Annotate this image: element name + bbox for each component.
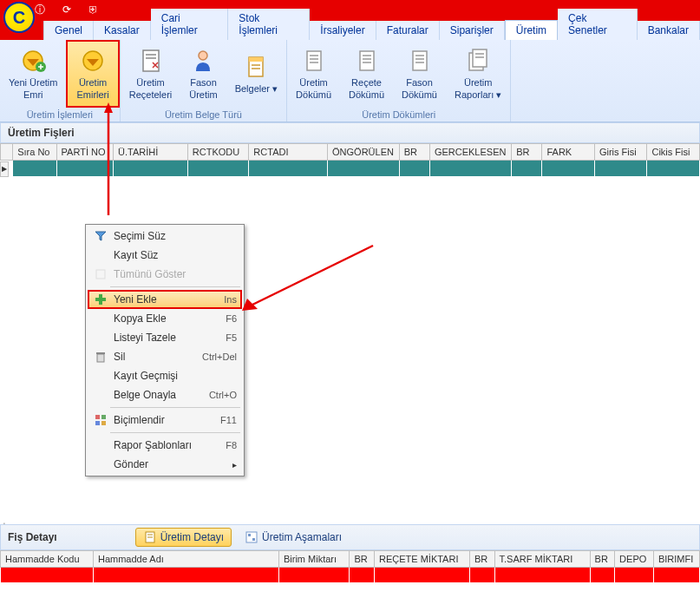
- ribbon-button[interactable]: Belgeler ▾: [226, 40, 286, 108]
- cell[interactable]: [278, 567, 350, 582]
- tab-çek-senetler[interactable]: Çek Senetler: [558, 9, 638, 40]
- ribbon-icon: [406, 47, 434, 75]
- menu-item[interactable]: SilCtrl+Del: [88, 347, 242, 366]
- blank-icon: [93, 457, 108, 471]
- cell[interactable]: [494, 567, 590, 582]
- ribbon-button[interactable]: ReçeteDökümü: [340, 40, 393, 108]
- column-header[interactable]: BR: [512, 144, 542, 161]
- cell[interactable]: [13, 161, 56, 176]
- column-header[interactable]: Hammadde Adı: [93, 550, 278, 567]
- tab-i̇rsaliyeler[interactable]: İrsaliyeler: [310, 21, 376, 40]
- cell[interactable]: [647, 161, 700, 176]
- column-header[interactable]: T.SARF MİKTARI: [494, 550, 590, 567]
- ribbon-icon: [300, 47, 328, 75]
- table-row[interactable]: [1, 567, 700, 582]
- column-header[interactable]: BR: [399, 144, 429, 161]
- menu-item-label: Seçimi Süz: [114, 230, 166, 242]
- column-header[interactable]: Cikis Fisi: [647, 144, 700, 161]
- ribbon-button[interactable]: Yeni ÜretimEmri: [0, 40, 66, 108]
- column-header[interactable]: RCTKODU: [187, 144, 249, 161]
- column-header[interactable]: PARTİ NO: [56, 144, 114, 161]
- cell[interactable]: [249, 161, 328, 176]
- cell[interactable]: [512, 161, 542, 176]
- shield-icon[interactable]: ⛨: [88, 3, 99, 16]
- cell[interactable]: [470, 567, 495, 582]
- tab-üretim[interactable]: Üretim: [505, 20, 558, 40]
- ribbon-label: ÜretimEmirleri: [76, 77, 108, 100]
- menu-item[interactable]: Rapor ŞablonlarıF8: [88, 436, 242, 455]
- info-icon[interactable]: ⓘ: [35, 3, 45, 17]
- column-header[interactable]: DEPO: [615, 550, 654, 567]
- column-header[interactable]: GERCEKLESEN: [429, 144, 511, 161]
- column-header[interactable]: BR: [470, 550, 495, 567]
- cell[interactable]: [615, 567, 654, 582]
- menu-item[interactable]: Yeni EkleIns: [88, 290, 242, 309]
- menu-item-label: Kayıt Geçmişi: [114, 370, 178, 382]
- refresh-icon[interactable]: ⟳: [62, 3, 71, 16]
- ribbon-icon: [79, 47, 107, 75]
- annotation-arrow-diag: [239, 241, 377, 319]
- column-header[interactable]: Sıra No: [13, 144, 56, 161]
- menu-shortcut: F11: [220, 415, 237, 425]
- menu-item-label: Tümünü Göster: [114, 268, 186, 280]
- detail-grid[interactable]: Hammadde KoduHammadde AdıBirim MiktarıBR…: [0, 550, 700, 583]
- menu-item[interactable]: Kopya EkleF6: [88, 309, 242, 328]
- cell[interactable]: [542, 161, 594, 176]
- menu-item[interactable]: Seçimi Süz: [88, 227, 242, 246]
- tab-siparişler[interactable]: Siparişler: [440, 21, 505, 40]
- tab-cari-i̇şlemler[interactable]: Cari İşlemler: [151, 9, 229, 40]
- cell[interactable]: [114, 161, 188, 176]
- column-header[interactable]: ÖNGÖRÜLEN: [328, 144, 400, 161]
- blank-icon: [93, 312, 108, 325]
- column-header[interactable]: REÇETE MİKTARI: [374, 550, 469, 567]
- app-logo[interactable]: C: [3, 2, 35, 33]
- tab-stok-i̇şlemleri[interactable]: Stok İşlemleri: [228, 9, 310, 40]
- ribbon-button[interactable]: FasonDökümü: [393, 40, 446, 108]
- ribbon-group-title: Üretim Dökümleri: [287, 108, 510, 122]
- menu-item[interactable]: BiçimlendirF11: [88, 411, 242, 430]
- cell[interactable]: [328, 161, 400, 176]
- column-header[interactable]: BR: [590, 550, 615, 567]
- menu-item[interactable]: Kayıt Geçmişi: [88, 366, 242, 385]
- cell[interactable]: [350, 567, 375, 582]
- menu-item[interactable]: Gönder: [88, 455, 242, 474]
- column-header[interactable]: Hammadde Kodu: [1, 550, 94, 567]
- cell[interactable]: [187, 161, 249, 176]
- tab-genel[interactable]: Genel: [43, 21, 94, 40]
- table-row[interactable]: [1, 161, 700, 176]
- menu-item[interactable]: Listeyi TazeleF5: [88, 328, 242, 347]
- cell[interactable]: [93, 567, 278, 582]
- ribbon-button[interactable]: ÜretimDökümü: [287, 40, 340, 108]
- cell[interactable]: [653, 567, 699, 582]
- tab-kasalar[interactable]: Kasalar: [94, 21, 151, 40]
- cell[interactable]: [374, 567, 469, 582]
- cell[interactable]: [56, 161, 114, 176]
- cell[interactable]: [594, 161, 646, 176]
- ribbon-button[interactable]: ÜretimEmirleri: [66, 40, 119, 108]
- cell[interactable]: [399, 161, 429, 176]
- column-header[interactable]: Giris Fisi: [594, 144, 646, 161]
- main-grid[interactable]: Sıra NoPARTİ NOÜ.TARİHİRCTKODURCTADIÖNGÖ…: [0, 143, 700, 176]
- menu-separator: [110, 286, 240, 287]
- column-header[interactable]: Birim Miktarı: [278, 550, 350, 567]
- cell[interactable]: [1, 567, 94, 582]
- column-header[interactable]: Ü.TARİHİ: [114, 144, 188, 161]
- ribbon-button[interactable]: ÜretimRaporları ▾: [446, 40, 510, 108]
- ribbon-button[interactable]: FasonÜretim: [180, 40, 226, 108]
- column-header[interactable]: BIRIMFI: [653, 550, 699, 567]
- ribbon-group: ÜretimReçeteleriFasonÜretimBelgeler ▾Üre…: [121, 40, 287, 122]
- menu-item[interactable]: Belge OnaylaCtrl+O: [88, 385, 242, 404]
- cell[interactable]: [590, 567, 615, 582]
- blank-icon: [93, 388, 108, 402]
- menu-shortcut: F6: [226, 313, 237, 324]
- column-header[interactable]: RCTADI: [249, 144, 328, 161]
- tab-bankalar[interactable]: Bankalar: [638, 21, 700, 40]
- tab-faturalar[interactable]: Faturalar: [376, 21, 440, 40]
- cell[interactable]: [429, 161, 511, 176]
- ribbon-button[interactable]: ÜretimReçeteleri: [121, 40, 181, 108]
- detail-tab-asamalari[interactable]: Üretim Aşamaları: [237, 528, 350, 547]
- menu-item[interactable]: Kayıt Süz: [88, 246, 242, 265]
- column-header[interactable]: BR: [350, 550, 375, 567]
- column-header[interactable]: FARK: [542, 144, 594, 161]
- detail-tab-uretim[interactable]: Üretim Detayı: [135, 528, 232, 547]
